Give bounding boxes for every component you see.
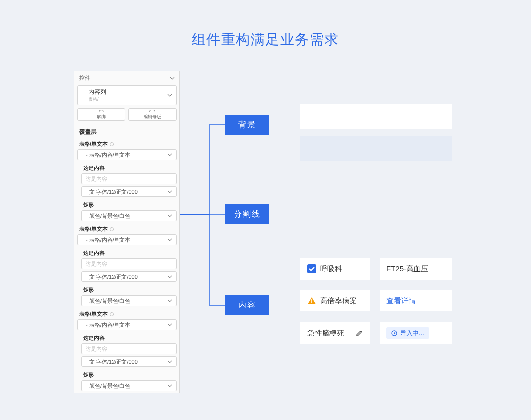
group-label-3: 表格/单文本 [74,308,179,319]
color-select-3[interactable]: 颜色/背景色/白色 [81,380,177,391]
import-pill: 导入中... [386,327,429,339]
connector-lines [180,71,229,390]
content-label-2: 这是内容 [74,247,179,258]
tag-ft25-label: FT25-高血压 [386,264,428,274]
checkbox-checked-icon [307,264,316,273]
inspector-header[interactable]: 控件 [74,71,179,84]
group-label-2: 表格/单文本 [74,223,179,234]
content-label-1: 这是内容 [74,162,179,173]
svg-rect-2 [311,302,312,303]
chevron-down-icon [167,190,172,193]
chevron-down-icon [167,384,172,387]
component-title: 内容列 [88,88,166,96]
tag-brain[interactable]: 急性脑梗死 [300,322,370,344]
overlay-section-title: 覆盖层 [74,125,179,138]
edit-master-label: 编辑母版 [144,114,161,120]
tag-breath-label: 呼吸科 [320,264,342,274]
path-select-3[interactable]: - 表格/内容/单文本 [77,319,177,330]
chevron-down-icon [167,323,172,326]
chevron-down-icon [167,238,172,241]
chevron-down-icon [167,94,172,97]
page-title: 组件重构满足业务需求 [0,0,531,49]
tag-ft25[interactable]: FT25-高血压 [380,258,452,280]
color-select-1[interactable]: 颜色/背景色/白色 [81,210,177,221]
tag-rate-label: 高倍率病案 [320,296,357,306]
content-input-1[interactable]: 这是内容 [81,173,177,184]
label-divider: 分割线 [225,204,269,224]
edit-master-icon [149,109,156,113]
preview-row-1 [300,104,452,129]
tag-import[interactable]: 导入中... [380,322,452,344]
tag-rate[interactable]: 高倍率病案 [300,290,370,311]
unbind-button[interactable]: 解绑 [77,108,125,121]
svg-rect-1 [311,299,312,302]
chevron-down-icon [170,77,175,80]
font-select-3[interactable]: 文 字体/12/正文/000 [81,356,177,367]
content-input-3[interactable]: 这是内容 [81,343,177,354]
content-label-3: 这是内容 [74,332,179,343]
label-content: 内容 [225,295,269,315]
chevron-down-icon [167,214,172,217]
chevron-down-icon [167,153,172,156]
component-sub: 表格/ [88,96,166,103]
chevron-down-icon [167,299,172,302]
svg-rect-0 [307,264,316,273]
chevron-down-icon [167,360,172,363]
link-icon [110,312,114,316]
tag-detail[interactable]: 查看详情 [380,290,452,311]
label-background: 背景 [225,115,269,135]
inspector-header-label: 控件 [79,74,90,82]
tag-brain-label: 急性脑梗死 [307,329,344,338]
shape-label-3: 矩形 [74,369,179,380]
edit-master-button[interactable]: 编辑母版 [128,108,177,121]
content-input-2[interactable]: 这是内容 [81,258,177,269]
shape-label-1: 矩形 [74,199,179,210]
font-select-2[interactable]: 文 字体/12/正文/000 [81,271,177,282]
import-label: 导入中... [400,329,424,337]
path-select-1[interactable]: - 表格/内容/单文本 [77,149,177,160]
unbind-icon [98,109,105,113]
preview-row-2 [300,136,452,161]
font-select-1[interactable]: 文 字体/12/正文/000 [81,186,177,197]
tag-breath[interactable]: 呼吸科 [300,258,370,280]
link-icon [110,142,114,146]
color-select-2[interactable]: 颜色/背景色/白色 [81,295,177,306]
link-icon [110,227,114,231]
inspector-panel: 控件 内容列 表格/ 解绑 编辑母版 覆盖层 表格/单文本 - 表格/内容/单文… [74,71,180,393]
shape-label-2: 矩形 [74,284,179,295]
chevron-down-icon [167,275,172,278]
path-select-2[interactable]: - 表格/内容/单文本 [77,234,177,245]
unbind-label: 解绑 [97,114,106,120]
component-selector[interactable]: 内容列 表格/ [77,85,177,105]
tag-detail-label: 查看详情 [386,296,416,306]
group-label-1: 表格/单文本 [74,138,179,149]
clock-icon [391,330,397,336]
edit-icon [355,329,363,337]
warning-icon [307,296,316,305]
